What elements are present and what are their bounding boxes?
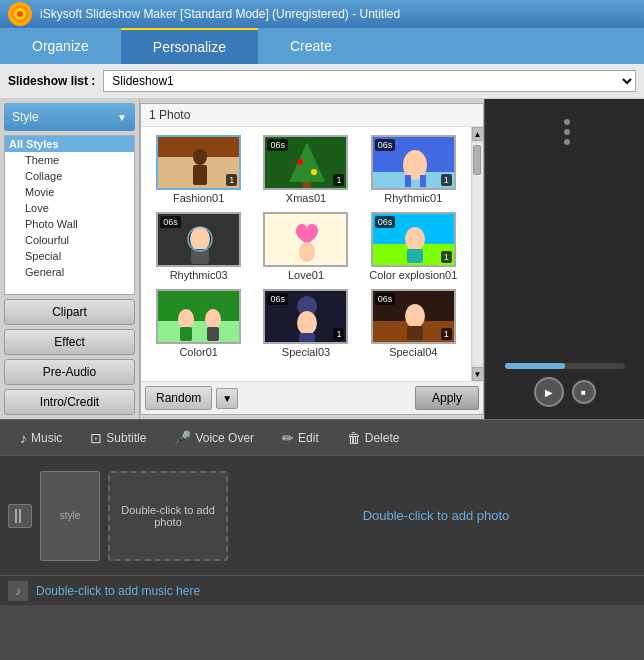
- style-thumbnail[interactable]: [263, 212, 348, 267]
- style-item-photowall[interactable]: Photo Wall: [5, 216, 134, 232]
- random-button[interactable]: Random: [145, 386, 212, 410]
- svg-rect-36: [299, 333, 315, 344]
- add-photo-label: Double-click to addphoto: [121, 504, 215, 528]
- dot-indicator: [564, 129, 570, 135]
- tab-voiceover[interactable]: 🎤 Voice Over: [162, 426, 266, 450]
- slideshow-bar: Slideshow list : Slideshow1: [0, 64, 644, 99]
- tab-edit[interactable]: ✏ Edit: [270, 426, 331, 450]
- bottom-tabs: ♪ Music ⊡ Subtitle 🎤 Voice Over ✏ Edit 🗑…: [0, 419, 644, 455]
- tab-subtitle[interactable]: ⊡ Subtitle: [78, 426, 158, 450]
- style-item-colourful[interactable]: Colourful: [5, 232, 134, 248]
- style-label: Rhythmic01: [384, 192, 442, 204]
- play-button[interactable]: ▶: [534, 377, 564, 407]
- time-badge: 06s: [375, 293, 396, 305]
- svg-rect-9: [303, 182, 311, 190]
- add-music-label[interactable]: Double-click to add music here: [36, 584, 200, 598]
- tab-personalize[interactable]: Personalize: [121, 28, 258, 64]
- svg-rect-26: [407, 249, 423, 263]
- effect-button[interactable]: Effect: [4, 329, 135, 355]
- svg-rect-15: [405, 175, 411, 187]
- tab-music[interactable]: ♪ Music: [8, 426, 74, 450]
- player-controls: ▶ ■: [534, 377, 596, 407]
- svg-point-29: [178, 309, 194, 329]
- svg-rect-28: [158, 321, 241, 344]
- list-item[interactable]: Love01: [256, 212, 355, 281]
- tab-bar: Organize Personalize Create: [0, 28, 644, 64]
- slideshow-label: Slideshow list :: [8, 74, 95, 88]
- style-label: Rhythmic03: [170, 269, 228, 281]
- trash-icon: 🗑: [347, 430, 361, 446]
- svg-rect-16: [420, 175, 426, 187]
- style-thumbnail[interactable]: 06s 1: [371, 212, 456, 267]
- list-item[interactable]: Color01: [149, 289, 248, 358]
- random-dropdown-arrow[interactable]: ▼: [216, 388, 238, 409]
- style-thumbnail[interactable]: 06s: [156, 212, 241, 267]
- music-note-icon: ♪: [15, 584, 21, 598]
- list-item[interactable]: 06s 1 Special04: [364, 289, 463, 358]
- music-tab-label: Music: [31, 431, 62, 445]
- clipart-button[interactable]: Clipart: [4, 299, 135, 325]
- edit-tab-label: Edit: [298, 431, 319, 445]
- add-photo-area[interactable]: Double-click to addphoto: [108, 471, 228, 561]
- style-item-theme[interactable]: Theme: [5, 152, 134, 168]
- tab-organize[interactable]: Organize: [0, 28, 121, 64]
- chevron-down-icon: ▼: [117, 112, 127, 123]
- style-thumbnail[interactable]: 06s 1: [263, 289, 348, 344]
- stop-button[interactable]: ■: [572, 380, 596, 404]
- slideshow-select[interactable]: Slideshow1: [103, 70, 636, 92]
- style-thumbnail[interactable]: 1: [156, 135, 241, 190]
- all-styles-item[interactable]: All Styles: [5, 136, 134, 152]
- style-label: Special03: [282, 346, 330, 358]
- list-item[interactable]: 06s 1 Special03: [256, 289, 355, 358]
- apply-button[interactable]: Apply: [415, 386, 479, 410]
- scroll-down-arrow[interactable]: ▼: [472, 367, 484, 381]
- style-thumbnail[interactable]: 06s 1: [371, 135, 456, 190]
- progress-bar: [505, 363, 625, 369]
- app-logo: [8, 2, 32, 26]
- strip-nav-left[interactable]: [8, 504, 32, 528]
- time-badge: 06s: [267, 293, 288, 305]
- badge: 1: [441, 328, 452, 340]
- style-item-special[interactable]: Special: [5, 248, 134, 264]
- style-item-general[interactable]: General: [5, 264, 134, 280]
- style-strip-label: style: [60, 510, 81, 521]
- svg-rect-30: [180, 327, 192, 341]
- style-label: Color01: [179, 346, 218, 358]
- svg-point-22: [299, 242, 315, 262]
- dot-indicator: [564, 119, 570, 125]
- subtitle-tab-label: Subtitle: [106, 431, 146, 445]
- tab-create[interactable]: Create: [258, 28, 364, 64]
- list-item[interactable]: 06s 1 Color explosion01: [364, 212, 463, 281]
- time-badge: 06s: [375, 216, 396, 228]
- scroll-thumb[interactable]: [473, 145, 481, 175]
- svg-point-11: [311, 169, 317, 175]
- scroll-up-arrow[interactable]: ▲: [472, 127, 484, 141]
- scroll-track[interactable]: [473, 143, 483, 365]
- svg-point-39: [405, 304, 425, 328]
- list-item[interactable]: 06s Rhythmic03: [149, 212, 248, 281]
- center-bottom-controls: Random ▼ Apply: [141, 381, 483, 414]
- edit-icon: ✏: [282, 430, 294, 446]
- list-item[interactable]: 1 Fashion01: [149, 135, 248, 204]
- vertical-scrollbar[interactable]: ▲ ▼: [471, 127, 483, 381]
- tab-delete[interactable]: 🗑 Delete: [335, 426, 412, 450]
- badge: 1: [333, 174, 344, 186]
- style-thumbnail[interactable]: 06s 1: [371, 289, 456, 344]
- title-bar: iSkysoft Slideshow Maker [Standard Mode]…: [0, 0, 644, 28]
- intro-credit-button[interactable]: Intro/Credit: [4, 389, 135, 415]
- pre-audio-button[interactable]: Pre-Audio: [4, 359, 135, 385]
- style-dropdown[interactable]: Style ▼: [4, 103, 135, 131]
- left-sidebar: Style ▼ All Styles Theme Collage Movie L…: [0, 99, 140, 419]
- add-photo-main[interactable]: Double-click to add photo: [236, 471, 636, 561]
- voiceover-tab-label: Voice Over: [195, 431, 254, 445]
- style-thumbnail[interactable]: 06s 1: [263, 135, 348, 190]
- list-item[interactable]: 06s 1 Rhythmic01: [364, 135, 463, 204]
- style-item-movie[interactable]: Movie: [5, 184, 134, 200]
- style-thumbnail[interactable]: [156, 289, 241, 344]
- style-item-collage[interactable]: Collage: [5, 168, 134, 184]
- svg-rect-6: [193, 165, 207, 185]
- svg-point-10: [297, 159, 303, 165]
- style-item-love[interactable]: Love: [5, 200, 134, 216]
- svg-rect-40: [407, 326, 423, 340]
- list-item[interactable]: 06s 1 Xmas01: [256, 135, 355, 204]
